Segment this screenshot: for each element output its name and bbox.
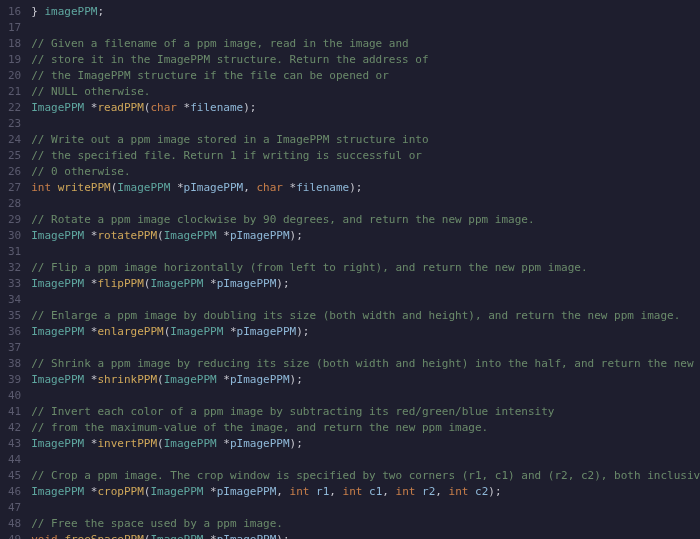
code-line[interactable]: ImagePPM *shrinkPPM(ImagePPM *pImagePPM)…	[31, 372, 700, 388]
token-type: ImagePPM	[170, 325, 230, 338]
line-number: 47	[8, 500, 21, 516]
token-punct: );	[296, 325, 309, 338]
code-line[interactable]: // Enlarge a ppm image by doubling its s…	[31, 308, 700, 324]
token-keyword: int	[31, 181, 58, 194]
token-comment: // the ImagePPM structure if the file ca…	[31, 69, 389, 82]
line-number: 31	[8, 244, 21, 260]
code-line[interactable]: } imagePPM;	[31, 4, 700, 20]
line-number: 29	[8, 212, 21, 228]
token-punct: *	[210, 533, 217, 539]
token-type: ImagePPM	[164, 373, 224, 386]
token-type: ImagePPM	[150, 277, 210, 290]
code-line[interactable]	[31, 116, 700, 132]
token-comment: // Shrink a ppm image by reducing its si…	[31, 357, 700, 370]
code-line[interactable]: // store it in the ImagePPM structure. R…	[31, 52, 700, 68]
code-line[interactable]	[31, 196, 700, 212]
line-number: 45	[8, 468, 21, 484]
code-line[interactable]: int writePPM(ImagePPM *pImagePPM, char *…	[31, 180, 700, 196]
line-number: 48	[8, 516, 21, 532]
token-type: ImagePPM	[31, 325, 91, 338]
code-line[interactable]: ImagePPM *flipPPM(ImagePPM *pImagePPM);	[31, 276, 700, 292]
line-number: 20	[8, 68, 21, 84]
line-number: 40	[8, 388, 21, 404]
code-line[interactable]: // Given a filename of a ppm image, read…	[31, 36, 700, 52]
token-punct: ,	[382, 485, 395, 498]
code-line[interactable]: // the ImagePPM structure if the file ca…	[31, 68, 700, 84]
code-line[interactable]: ImagePPM *cropPPM(ImagePPM *pImagePPM, i…	[31, 484, 700, 500]
token-type: ImagePPM	[164, 437, 224, 450]
code-line[interactable]: // from the maximum-value of the image, …	[31, 420, 700, 436]
line-number: 18	[8, 36, 21, 52]
token-comment: // NULL otherwise.	[31, 85, 150, 98]
code-line[interactable]: // Flip a ppm image horizontally (from l…	[31, 260, 700, 276]
token-func: invertPPM	[97, 437, 157, 450]
line-number: 41	[8, 404, 21, 420]
code-line[interactable]	[31, 388, 700, 404]
token-punct: *	[210, 277, 217, 290]
code-line[interactable]	[31, 500, 700, 516]
token-type: ImagePPM	[31, 437, 91, 450]
code-line[interactable]: // Crop a ppm image. The crop window is …	[31, 468, 700, 484]
token-param: pImagePPM	[237, 325, 297, 338]
line-number: 25	[8, 148, 21, 164]
token-punct: ;	[97, 5, 104, 18]
token-keyword: char	[150, 101, 183, 114]
code-line[interactable]: // Invert each color of a ppm image by s…	[31, 404, 700, 420]
line-number: 23	[8, 116, 21, 132]
code-editor-area[interactable]: } imagePPM; // Given a filename of a ppm…	[31, 0, 700, 539]
code-line[interactable]	[31, 20, 700, 36]
token-type: ImagePPM	[117, 181, 177, 194]
code-line[interactable]: // 0 otherwise.	[31, 164, 700, 180]
token-type: ImagePPM	[31, 229, 91, 242]
token-func: writePPM	[58, 181, 111, 194]
line-number: 24	[8, 132, 21, 148]
line-number: 28	[8, 196, 21, 212]
token-param: pImagePPM	[217, 533, 277, 539]
line-number: 32	[8, 260, 21, 276]
token-func: flipPPM	[97, 277, 143, 290]
line-number: 21	[8, 84, 21, 100]
token-param: r1	[316, 485, 329, 498]
line-number: 43	[8, 436, 21, 452]
code-line[interactable]: ImagePPM *rotatePPM(ImagePPM *pImagePPM)…	[31, 228, 700, 244]
code-line[interactable]: ImagePPM *invertPPM(ImagePPM *pImagePPM)…	[31, 436, 700, 452]
code-line[interactable]: void freeSpacePPM(ImagePPM *pImagePPM);	[31, 532, 700, 539]
code-line[interactable]: ImagePPM *readPPM(char *filename);	[31, 100, 700, 116]
token-punct: );	[276, 533, 289, 539]
token-param: filename	[190, 101, 243, 114]
code-line[interactable]: ImagePPM *enlargePPM(ImagePPM *pImagePPM…	[31, 324, 700, 340]
line-number: 19	[8, 52, 21, 68]
token-type: ImagePPM	[31, 373, 91, 386]
token-param: pImagePPM	[217, 277, 277, 290]
token-type: ImagePPM	[164, 229, 224, 242]
code-line[interactable]: // Shrink a ppm image by reducing its si…	[31, 356, 700, 372]
line-number: 33	[8, 276, 21, 292]
token-type: imagePPM	[45, 5, 98, 18]
token-type: ImagePPM	[31, 485, 91, 498]
code-line[interactable]: // Free the space used by a ppm image.	[31, 516, 700, 532]
token-func: rotatePPM	[97, 229, 157, 242]
code-line[interactable]	[31, 452, 700, 468]
token-comment: // Rotate a ppm image clockwise by 90 de…	[31, 213, 534, 226]
line-number: 22	[8, 100, 21, 116]
token-param: pImagePPM	[184, 181, 244, 194]
token-punct: (	[157, 373, 164, 386]
token-punct: *	[230, 325, 237, 338]
token-param: r2	[422, 485, 435, 498]
line-number: 37	[8, 340, 21, 356]
code-line[interactable]: // Write out a ppm image stored in a Ima…	[31, 132, 700, 148]
line-number: 36	[8, 324, 21, 340]
code-line[interactable]	[31, 292, 700, 308]
token-punct: *	[223, 437, 230, 450]
code-line[interactable]	[31, 244, 700, 260]
token-punct: *	[177, 181, 184, 194]
token-keyword: int	[449, 485, 476, 498]
code-line[interactable]	[31, 340, 700, 356]
code-line[interactable]: // Rotate a ppm image clockwise by 90 de…	[31, 212, 700, 228]
line-number: 34	[8, 292, 21, 308]
token-punct: );	[290, 437, 303, 450]
code-line[interactable]: // the specified file. Return 1 if writi…	[31, 148, 700, 164]
line-number: 44	[8, 452, 21, 468]
token-param: filename	[296, 181, 349, 194]
code-line[interactable]: // NULL otherwise.	[31, 84, 700, 100]
